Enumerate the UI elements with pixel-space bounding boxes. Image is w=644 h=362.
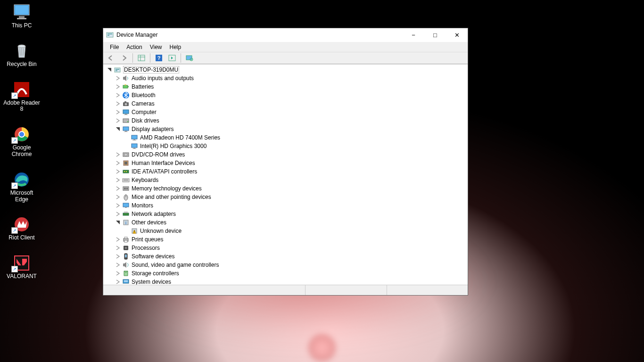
tree-node[interactable]: Monitors <box>103 201 468 210</box>
desktop-icons: This PC Recycle Bin ↗ Adobe Reader 8 ↗ G… <box>3 4 41 293</box>
menu-help[interactable]: Help <box>166 43 185 51</box>
svg-rect-46 <box>132 140 136 140</box>
help-button[interactable]: ? <box>153 53 165 63</box>
system-icon <box>122 278 130 285</box>
maximize-button[interactable]: □ <box>424 28 446 41</box>
tree-node[interactable]: Bluetooth <box>103 91 468 99</box>
tree-node[interactable]: Software devices <box>103 252 468 261</box>
tree-node[interactable]: Sound, video and game controllers <box>103 261 468 269</box>
chevron-right-icon[interactable] <box>115 194 121 200</box>
tree-node-label: Disk drives <box>132 117 159 124</box>
tree-node[interactable]: iOther devices <box>103 218 468 227</box>
desktop-icon-microsoft-edge[interactable]: ↗ Microsoft Edge <box>3 171 41 203</box>
back-button[interactable] <box>105 53 116 63</box>
adobe-icon: ↗ <box>12 81 31 98</box>
svg-point-4 <box>18 45 25 48</box>
chevron-right-icon[interactable] <box>115 117 121 124</box>
chevron-down-icon[interactable] <box>115 219 121 226</box>
tree-node[interactable]: Human Interface Devices <box>103 159 468 167</box>
scan-hardware-button[interactable] <box>184 53 195 63</box>
minimize-button[interactable]: − <box>403 28 424 41</box>
computer-icon <box>122 108 130 116</box>
tree-node[interactable]: Storage controllers <box>103 269 468 278</box>
close-button[interactable]: ✕ <box>446 28 468 41</box>
chevron-right-icon[interactable] <box>115 151 121 158</box>
tree-node-label: Human Interface Devices <box>132 160 195 166</box>
edge-icon: ↗ <box>12 171 31 188</box>
tree-node[interactable]: Audio inputs and outputs <box>103 74 468 82</box>
tree-node[interactable]: Processors <box>103 244 468 252</box>
display-icon <box>131 134 138 141</box>
ide-icon <box>122 168 130 175</box>
chevron-right-icon[interactable] <box>115 75 121 82</box>
chevron-right-icon[interactable] <box>115 211 121 217</box>
menu-file[interactable]: File <box>106 43 123 51</box>
menu-action[interactable]: Action <box>123 43 146 51</box>
desktop-icon-adobe-reader[interactable]: ↗ Adobe Reader 8 <box>3 81 41 113</box>
window-title: Device Manager <box>116 32 403 38</box>
desktop-icon-google-chrome[interactable]: ↗ Google Chrome <box>3 126 41 158</box>
desktop-icon-this-pc[interactable]: This PC <box>3 4 41 29</box>
svg-rect-26 <box>115 68 120 72</box>
tree-node[interactable]: DESKTOP-319D0MU <box>103 66 468 74</box>
svg-rect-64 <box>127 188 128 189</box>
svg-rect-35 <box>124 101 126 102</box>
chevron-right-icon[interactable] <box>115 253 121 260</box>
titlebar[interactable]: Device Manager − □ ✕ <box>103 28 468 41</box>
chevron-right-icon[interactable] <box>115 177 121 183</box>
tree-node[interactable]: !Unknown device <box>103 227 468 235</box>
chevron-right-icon[interactable] <box>115 245 121 251</box>
menu-view[interactable]: View <box>146 43 166 51</box>
chevron-right-icon[interactable] <box>115 185 121 192</box>
chevron-right-icon[interactable] <box>115 202 121 209</box>
tree-node[interactable]: Computer <box>103 108 468 116</box>
other-icon: i <box>122 219 130 226</box>
tree-node[interactable]: Memory technology devices <box>103 184 468 193</box>
forward-button[interactable] <box>118 53 130 63</box>
tree-node[interactable]: AMD Radeon HD 7400M Series <box>103 133 468 142</box>
chevron-down-icon[interactable] <box>115 126 121 132</box>
tree-node[interactable]: Batteries <box>103 82 468 91</box>
tree-node[interactable]: Display adapters <box>103 125 468 133</box>
chevron-right-icon[interactable] <box>115 100 121 107</box>
properties-button[interactable] <box>166 53 178 63</box>
chevron-right-icon[interactable] <box>115 262 121 268</box>
tree-node[interactable]: Network adapters <box>103 210 468 218</box>
disk-icon <box>122 117 130 124</box>
desktop-icon-recycle-bin[interactable]: Recycle Bin <box>3 42 41 68</box>
chevron-right-icon[interactable] <box>115 168 121 175</box>
chevron-right-icon[interactable] <box>115 109 121 115</box>
svg-rect-77 <box>124 240 127 242</box>
tree-node-label: Cameras <box>132 100 155 107</box>
tree-node-label: Mice and other pointing devices <box>132 194 211 200</box>
tree-node[interactable]: Cameras <box>103 99 468 108</box>
tree-node[interactable]: DVD/CD-ROM drives <box>103 150 468 159</box>
tree-node[interactable]: System devices <box>103 278 468 285</box>
monitor-icon <box>12 4 31 21</box>
svg-rect-68 <box>125 207 127 208</box>
tree-node[interactable]: Keyboards <box>103 176 468 184</box>
svg-rect-3 <box>17 18 26 19</box>
desktop-icon-riot-client[interactable]: ↗ Riot Client <box>3 216 41 241</box>
tree-node[interactable]: Print queues <box>103 235 468 244</box>
svg-rect-67 <box>123 203 129 207</box>
chevron-right-icon[interactable] <box>115 92 121 99</box>
show-hide-tree-button[interactable] <box>136 53 147 63</box>
device-tree[interactable]: DESKTOP-319D0MUAudio inputs and outputsB… <box>103 65 468 285</box>
svg-text:!: ! <box>134 230 135 233</box>
svg-rect-36 <box>123 110 129 114</box>
chevron-right-icon[interactable] <box>115 160 121 166</box>
chevron-right-icon[interactable] <box>115 83 121 90</box>
svg-rect-62 <box>124 188 125 189</box>
chevron-right-icon[interactable] <box>115 236 121 243</box>
svg-point-52 <box>125 154 126 155</box>
tree-node[interactable]: IDE ATA/ATAPI controllers <box>103 167 468 176</box>
chevron-right-icon[interactable] <box>115 270 121 277</box>
desktop-icon-label: VALORANT <box>7 273 37 280</box>
chevron-right-icon[interactable] <box>115 279 121 285</box>
chevron-down-icon[interactable] <box>106 66 113 73</box>
desktop-icon-valorant[interactable]: ↗ VALORANT <box>3 255 41 280</box>
tree-node[interactable]: Disk drives <box>103 116 468 125</box>
tree-node[interactable]: Mice and other pointing devices <box>103 193 468 201</box>
tree-node[interactable]: Intel(R) HD Graphics 3000 <box>103 142 468 150</box>
